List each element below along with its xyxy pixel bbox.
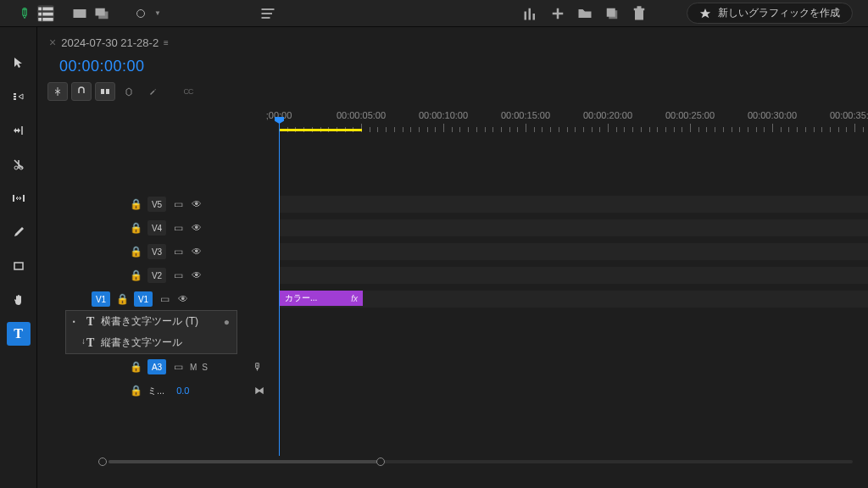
lock-icon[interactable]: 🔒 (129, 360, 142, 374)
eye-icon[interactable]: 👁 (190, 221, 203, 235)
lock-icon[interactable]: 🔒 (129, 245, 142, 258)
track-content[interactable]: カラー...fx (280, 291, 868, 308)
toggle-icon[interactable]: ▭ (171, 269, 185, 282)
mute-button[interactable]: M (190, 363, 197, 372)
hand-tool[interactable] (7, 288, 31, 312)
ruler-label: 00:00:10:00 (419, 110, 468, 120)
zoom-handle-left[interactable] (98, 458, 107, 466)
diamond-icon[interactable]: ⧓ (254, 385, 264, 396)
track-content[interactable] (280, 196, 868, 213)
top-toolbar: ✎ ▼ 新しいグラフィックを作成 (0, 0, 868, 27)
playhead[interactable] (279, 120, 280, 456)
eye-icon[interactable]: 👁 (190, 269, 203, 282)
eye-icon[interactable]: 👁 (190, 245, 203, 258)
center-icons (522, 5, 648, 22)
horizontal-text-tool[interactable]: ▪ T 横書き文字ツール (T) ● (66, 311, 236, 332)
stack-icon[interactable] (604, 5, 620, 22)
toolbar: T (0, 27, 37, 488)
toggle-icon[interactable]: ▭ (171, 360, 185, 374)
circle-icon[interactable] (132, 5, 149, 22)
svg-rect-31 (101, 89, 104, 94)
selection-tool[interactable] (7, 51, 31, 75)
clip-name: カラー... (285, 292, 317, 304)
video-clip[interactable]: カラー...fx (280, 291, 363, 306)
pencil-icon[interactable]: ✎ (15, 5, 32, 22)
marker-button[interactable] (119, 82, 139, 101)
sequence-tab[interactable]: 2024-07-30 21-28-2 ≡ (49, 36, 169, 53)
track-content[interactable] (280, 243, 868, 260)
zoom-scrollbar[interactable] (98, 458, 854, 466)
lock-icon[interactable]: 🔒 (129, 221, 142, 235)
rectangle-tool[interactable] (7, 254, 31, 278)
new-graphic-button[interactable]: 新しいグラフィックを作成 (687, 3, 853, 24)
mix-label: ミ... (147, 385, 164, 397)
svg-rect-29 (14, 263, 23, 269)
track-label[interactable]: V3 (147, 244, 166, 259)
rect1-icon[interactable] (71, 5, 88, 22)
toggle-icon[interactable]: ▭ (171, 221, 185, 235)
horizontal-T-icon: T (86, 315, 94, 329)
svg-rect-5 (42, 18, 53, 21)
slip-tool[interactable] (7, 186, 31, 210)
time-ruler[interactable]: ;00:0000:00:05:0000:00:10:0000:00:15:000… (279, 110, 868, 132)
sequence-name: 2024-07-30 21-28-2 (61, 36, 159, 49)
eye-icon[interactable]: 👁 (190, 197, 203, 211)
ruler-label: 00:00:25:00 (665, 110, 715, 120)
svg-rect-4 (38, 18, 42, 21)
track-source[interactable]: V1 (134, 291, 153, 307)
snap-button[interactable] (47, 82, 68, 101)
trash-icon[interactable] (631, 5, 648, 22)
track-target[interactable]: V1 (92, 291, 110, 307)
svg-point-25 (14, 166, 18, 169)
track-label[interactable]: V4 (147, 220, 166, 236)
menu-icon[interactable]: ≡ (164, 38, 169, 47)
vertical-T-icon: ↓T (86, 336, 94, 350)
timecode[interactable]: 00:00:00:00 (59, 58, 868, 75)
plus-icon[interactable] (549, 5, 566, 22)
type-tool[interactable]: T (7, 322, 31, 346)
audio-tracks: 🔒 A3 ▭ M S 🎙 🔒 ミ... 0.0 ⧓ (90, 356, 868, 403)
track-content[interactable] (280, 267, 868, 284)
work-area-bar[interactable] (279, 129, 362, 131)
mix-value[interactable]: 0.0 (176, 385, 189, 396)
toggle-icon[interactable]: ▭ (171, 245, 185, 258)
ruler-label: 00:00:20:00 (583, 110, 632, 120)
solo-button[interactable]: S (202, 363, 208, 372)
track-label[interactable]: V2 (147, 268, 166, 283)
svg-rect-6 (74, 9, 86, 18)
svg-rect-1 (42, 7, 53, 10)
mic-icon: ● (224, 316, 230, 328)
ripple-edit-tool[interactable] (7, 119, 31, 142)
zoom-handle-right[interactable] (376, 458, 385, 466)
horizontal-text-label: 横書き文字ツール (T) (101, 314, 198, 329)
svg-rect-3 (42, 12, 53, 15)
track-select-tool[interactable] (7, 85, 31, 108)
lock-icon[interactable]: 🔒 (129, 384, 142, 397)
eye-icon[interactable]: 👁 (176, 292, 190, 306)
lines-icon[interactable] (259, 5, 276, 22)
track-label[interactable]: V5 (147, 197, 166, 212)
cc-button[interactable]: CC (178, 82, 198, 101)
audio-track-label[interactable]: A3 (147, 359, 166, 374)
toggle-icon[interactable]: ▭ (158, 292, 171, 306)
list-icon[interactable] (37, 5, 54, 22)
magnet-button[interactable] (71, 82, 92, 101)
wrench-button[interactable] (142, 82, 163, 101)
toggle-icon[interactable]: ▭ (171, 197, 185, 211)
lock-icon[interactable]: 🔒 (115, 292, 129, 306)
vertical-text-tool[interactable]: ↓T 縦書き文字ツール (66, 332, 236, 353)
rect2-icon[interactable] (93, 5, 110, 22)
lock-icon[interactable]: 🔒 (129, 269, 142, 282)
pen-tool[interactable] (7, 220, 31, 244)
link-button[interactable] (95, 82, 115, 101)
folder-icon[interactable] (576, 5, 593, 22)
svg-rect-22 (14, 96, 16, 97)
video-track-row: V1🔒V1▭👁カラー...fx (90, 288, 868, 310)
track-content[interactable] (280, 219, 868, 236)
lock-icon[interactable]: 🔒 (129, 197, 142, 211)
mic-icon[interactable]: 🎙 (251, 360, 264, 374)
chevron-down-icon[interactable]: ▼ (154, 9, 161, 17)
bars-icon[interactable] (522, 5, 539, 22)
svg-marker-20 (14, 58, 22, 68)
razor-tool[interactable] (7, 152, 31, 176)
